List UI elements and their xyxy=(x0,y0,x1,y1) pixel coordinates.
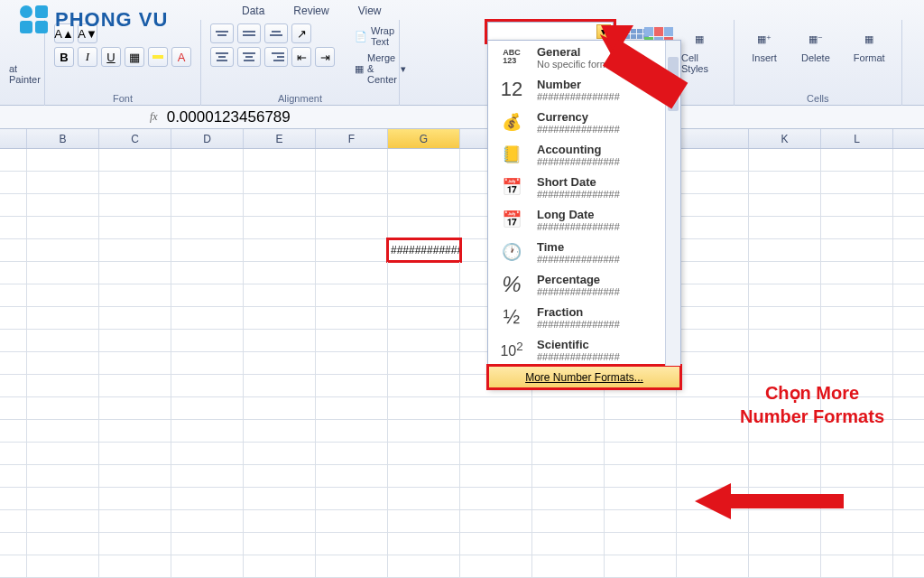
cell[interactable] xyxy=(605,533,677,555)
cell[interactable] xyxy=(532,533,605,555)
cell[interactable] xyxy=(821,262,893,284)
cell[interactable] xyxy=(388,172,460,193)
cell[interactable] xyxy=(388,262,460,284)
cell[interactable] xyxy=(171,397,244,419)
cell[interactable] xyxy=(27,420,99,442)
cell[interactable] xyxy=(893,239,924,261)
tab-view[interactable]: View xyxy=(355,3,385,19)
cell[interactable] xyxy=(244,239,316,261)
cell[interactable] xyxy=(27,262,99,284)
cell[interactable] xyxy=(821,239,893,261)
cell[interactable] xyxy=(749,217,821,238)
cell[interactable] xyxy=(893,375,924,396)
cell[interactable] xyxy=(388,284,460,306)
cell[interactable] xyxy=(677,149,749,171)
cell[interactable] xyxy=(677,239,749,261)
cell[interactable] xyxy=(893,194,924,216)
cell[interactable] xyxy=(677,420,749,442)
number-format-item-percentage[interactable]: % Percentage############### xyxy=(488,268,680,301)
cell[interactable] xyxy=(388,443,460,464)
cell[interactable] xyxy=(388,510,460,532)
cell[interactable] xyxy=(316,420,388,442)
cell[interactable] xyxy=(893,443,924,464)
cell[interactable] xyxy=(99,284,171,306)
cell[interactable] xyxy=(749,172,821,193)
cell[interactable] xyxy=(244,149,316,171)
column-header-M[interactable]: M xyxy=(893,129,924,148)
format-button[interactable]: ▦Format xyxy=(846,23,892,67)
column-header-F[interactable]: F xyxy=(316,129,388,148)
cell[interactable] xyxy=(316,284,388,306)
cell[interactable] xyxy=(171,465,244,487)
cell[interactable] xyxy=(893,352,924,374)
cell[interactable] xyxy=(821,533,893,555)
cell[interactable] xyxy=(171,172,244,193)
cell[interactable] xyxy=(893,307,924,329)
cell[interactable] xyxy=(821,352,893,374)
cell[interactable] xyxy=(388,375,460,396)
number-format-item-short-date[interactable]: 📅 Short Date############### xyxy=(488,171,680,203)
cell[interactable] xyxy=(677,217,749,238)
number-format-item-fraction[interactable]: ½ Fraction############### xyxy=(488,301,680,333)
cell[interactable] xyxy=(27,284,99,306)
align-top-button[interactable] xyxy=(210,23,234,43)
cell[interactable] xyxy=(99,239,171,261)
cell[interactable] xyxy=(27,465,99,487)
cell[interactable] xyxy=(388,194,460,216)
select-all-corner[interactable] xyxy=(0,129,27,148)
cell[interactable] xyxy=(171,443,244,464)
cell[interactable] xyxy=(99,420,171,442)
number-format-item-long-date[interactable]: 📅 Long Date############### xyxy=(488,203,680,236)
cell[interactable] xyxy=(677,443,749,464)
cell[interactable] xyxy=(893,488,924,509)
insert-button[interactable]: ▦⁺Insert xyxy=(744,23,785,67)
cell[interactable] xyxy=(316,488,388,509)
fx-icon[interactable]: fx xyxy=(150,110,158,124)
cell[interactable] xyxy=(171,194,244,216)
cell[interactable] xyxy=(316,172,388,193)
cell[interactable] xyxy=(460,397,532,419)
cell[interactable] xyxy=(677,330,749,351)
cell[interactable] xyxy=(171,352,244,374)
cell[interactable] xyxy=(99,375,171,396)
cell[interactable] xyxy=(316,330,388,351)
cell[interactable] xyxy=(677,194,749,216)
cell[interactable] xyxy=(316,352,388,374)
cell[interactable] xyxy=(677,533,749,555)
cell[interactable] xyxy=(893,533,924,555)
cell[interactable] xyxy=(605,488,677,509)
number-format-item-accounting[interactable]: 📒 Accounting############### xyxy=(488,138,680,171)
cell[interactable] xyxy=(244,262,316,284)
cell[interactable] xyxy=(244,555,316,577)
delete-button[interactable]: ▦⁻Delete xyxy=(794,23,837,67)
cell[interactable] xyxy=(316,194,388,216)
cell[interactable] xyxy=(821,194,893,216)
cell[interactable] xyxy=(316,397,388,419)
cell[interactable] xyxy=(171,375,244,396)
cell[interactable] xyxy=(677,284,749,306)
column-header-hidden[interactable] xyxy=(677,129,749,148)
cell[interactable] xyxy=(821,217,893,238)
cell[interactable] xyxy=(388,307,460,329)
cell[interactable] xyxy=(677,172,749,193)
cell[interactable] xyxy=(244,330,316,351)
decrease-indent-button[interactable]: ⇤ xyxy=(291,47,311,67)
cell[interactable] xyxy=(605,443,677,464)
cell[interactable] xyxy=(893,510,924,532)
cell[interactable] xyxy=(821,555,893,577)
cell[interactable] xyxy=(388,352,460,374)
cell[interactable] xyxy=(99,510,171,532)
cell[interactable] xyxy=(677,307,749,329)
cell[interactable] xyxy=(27,149,99,171)
cell[interactable] xyxy=(27,443,99,464)
cell[interactable] xyxy=(749,149,821,171)
cell[interactable] xyxy=(388,488,460,509)
cell[interactable] xyxy=(99,307,171,329)
cell[interactable] xyxy=(316,239,388,261)
cell[interactable] xyxy=(171,330,244,351)
cell[interactable] xyxy=(27,555,99,577)
column-header-L[interactable]: L xyxy=(821,129,893,148)
align-right-button[interactable] xyxy=(264,47,288,67)
cell[interactable] xyxy=(388,397,460,419)
cell[interactable] xyxy=(893,284,924,306)
